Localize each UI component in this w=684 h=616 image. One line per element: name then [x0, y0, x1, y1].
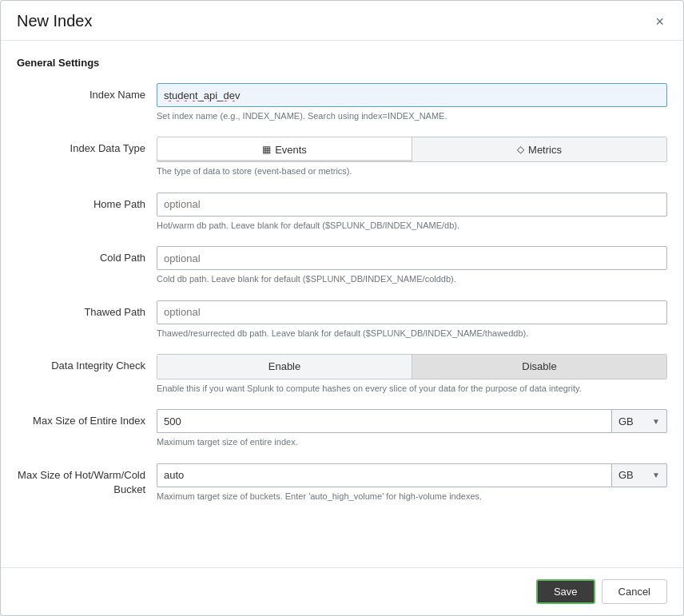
index-data-type-label: Index Data Type: [17, 137, 157, 156]
max-size-index-label: Max Size of Entire Index: [17, 409, 157, 428]
cancel-button[interactable]: Cancel: [602, 579, 667, 604]
data-type-hint: The type of data to store (event-based o…: [157, 165, 667, 177]
cold-path-row: Cold Path Cold db path. Leave blank for …: [17, 246, 667, 285]
index-name-row: Index Name Set index name (e.g., INDEX_N…: [17, 83, 667, 122]
cold-path-input[interactable]: [157, 246, 667, 270]
data-integrity-toggle-group: Enable Disable: [157, 354, 667, 380]
events-icon: ▦: [262, 144, 271, 155]
home-path-label: Home Path: [17, 193, 157, 212]
thawed-path-label: Thawed Path: [17, 300, 157, 320]
data-type-toggle-group: ▦ Events ◇ Metrics: [157, 137, 667, 162]
home-path-row: Home Path Hot/warm db path. Leave blank …: [17, 193, 667, 232]
max-size-index-content: GB ▼ Maximum target size of entire index…: [157, 409, 667, 448]
max-size-index-controls: GB ▼: [157, 409, 667, 433]
home-path-content: Hot/warm db path. Leave blank for defaul…: [157, 193, 667, 232]
close-button[interactable]: ×: [652, 13, 667, 30]
enable-label: Enable: [268, 360, 300, 372]
cold-path-label: Cold Path: [17, 246, 157, 265]
max-size-index-input[interactable]: [157, 409, 611, 433]
data-integrity-row: Data Integrity Check Enable Disable Enab…: [17, 354, 667, 395]
bucket-dropdown-caret-icon: ▼: [652, 471, 660, 479]
max-size-bucket-content: GB ▼ Maximum target size of buckets. Ent…: [157, 463, 667, 503]
events-label: Events: [275, 144, 307, 156]
cold-path-content: Cold db path. Leave blank for default ($…: [157, 246, 667, 285]
data-integrity-content: Enable Disable Enable this if you want S…: [157, 354, 667, 395]
metrics-toggle-button[interactable]: ◇ Metrics: [412, 137, 666, 161]
max-size-bucket-unit-label: GB: [618, 469, 634, 481]
max-size-index-unit-dropdown[interactable]: GB ▼: [611, 409, 667, 433]
index-name-content: Set index name (e.g., INDEX_NAME). Searc…: [157, 83, 667, 122]
data-integrity-label: Data Integrity Check: [17, 354, 157, 373]
disable-integrity-button[interactable]: Disable: [412, 355, 666, 379]
home-path-hint: Hot/warm db path. Leave blank for defaul…: [157, 220, 667, 232]
modal-body: General Settings Index Name Set index na…: [1, 41, 683, 559]
index-name-input[interactable]: [157, 83, 667, 107]
data-integrity-hint: Enable this if you want Splunk to comput…: [157, 383, 667, 395]
section-general-title: General Settings: [17, 57, 667, 69]
modal-footer: Save Cancel: [1, 567, 683, 615]
thawed-path-input[interactable]: [157, 300, 667, 324]
index-data-type-row: Index Data Type ▦ Events ◇ Metrics The t…: [17, 137, 667, 177]
modal-header: New Index ×: [1, 1, 683, 41]
disable-label: Disable: [522, 360, 556, 372]
thawed-path-hint: Thawed/resurrected db path. Leave blank …: [157, 328, 667, 340]
index-name-label: Index Name: [17, 83, 157, 102]
index-name-hint: Set index name (e.g., INDEX_NAME). Searc…: [157, 110, 667, 122]
enable-integrity-button[interactable]: Enable: [157, 355, 412, 379]
metrics-icon: ◇: [517, 144, 524, 155]
max-size-bucket-unit-dropdown[interactable]: GB ▼: [611, 463, 667, 487]
max-size-index-unit-label: GB: [618, 415, 634, 427]
thawed-path-row: Thawed Path Thawed/resurrected db path. …: [17, 300, 667, 340]
max-size-bucket-controls: GB ▼: [157, 463, 667, 487]
index-data-type-content: ▦ Events ◇ Metrics The type of data to s…: [157, 137, 667, 177]
max-size-index-row: Max Size of Entire Index GB ▼ Maximum ta…: [17, 409, 667, 448]
max-size-index-hint: Maximum target size of entire index.: [157, 436, 667, 448]
home-path-input[interactable]: [157, 193, 667, 217]
save-button[interactable]: Save: [536, 579, 595, 604]
thawed-path-content: Thawed/resurrected db path. Leave blank …: [157, 300, 667, 340]
metrics-label: Metrics: [528, 144, 562, 156]
events-toggle-button[interactable]: ▦ Events: [157, 137, 412, 161]
max-size-bucket-label: Max Size of Hot/Warm/Cold Bucket: [17, 463, 157, 497]
cold-path-hint: Cold db path. Leave blank for default ($…: [157, 273, 667, 285]
dropdown-caret-icon: ▼: [652, 417, 660, 426]
max-size-bucket-row: Max Size of Hot/Warm/Cold Bucket GB ▼ Ma…: [17, 463, 667, 503]
max-size-bucket-input[interactable]: [157, 463, 611, 487]
modal-title: New Index: [17, 12, 93, 30]
modal-dialog: New Index × General Settings Index Name …: [0, 0, 684, 616]
max-size-bucket-hint: Maximum target size of buckets. Enter 'a…: [157, 491, 667, 503]
